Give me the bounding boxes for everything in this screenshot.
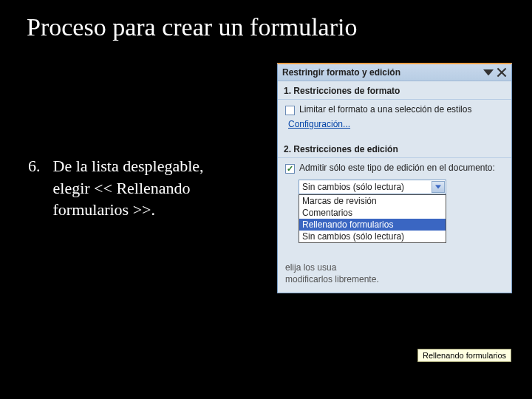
configuration-link[interactable]: Configuración... <box>285 116 350 134</box>
dropdown-option[interactable]: Comentarios <box>299 207 446 219</box>
dropdown-list: Marcas de revisión Comentarios Rellenand… <box>299 194 446 243</box>
instruction-step: 6. De la lista desplegable, elegir << Re… <box>28 155 242 221</box>
section-1-header: 1. Restricciones de formato <box>278 81 511 100</box>
panel-header: Restringir formato y edición <box>278 64 511 81</box>
obscured-text: elija los usua modificarlos libremente. <box>278 259 511 293</box>
dropdown-selected-text: Sin cambios (sólo lectura) <box>302 182 404 192</box>
allow-editing-checkbox[interactable] <box>285 164 295 174</box>
panel-menu-icon[interactable] <box>483 67 494 78</box>
chevron-down-icon[interactable] <box>432 181 445 193</box>
close-icon[interactable] <box>497 67 507 78</box>
dropdown-option[interactable]: Marcas de revisión <box>299 195 446 207</box>
limit-format-checkbox[interactable] <box>285 106 295 115</box>
editing-type-dropdown[interactable]: Sin cambios (sólo lectura) Marcas de rev… <box>299 180 446 194</box>
section-2-header: 2. Restricciones de edición <box>278 140 511 158</box>
tooltip: Rellenando formularios <box>417 349 511 362</box>
step-number: 6. <box>28 155 49 177</box>
panel-title: Restringir formato y edición <box>282 67 480 78</box>
dropdown-option[interactable]: Sin cambios (sólo lectura) <box>299 231 446 242</box>
section-2-body: Admitir sólo este tipo de edición en el … <box>278 158 511 202</box>
allow-editing-label: Admitir sólo este tipo de edición en el … <box>299 163 495 174</box>
slide-title: Proceso para crear un formulario <box>0 0 532 50</box>
svg-marker-0 <box>483 69 494 75</box>
section-1-body: Limitar el formato a una selección de es… <box>278 100 511 140</box>
limit-format-label: Limitar el formato a una selección de es… <box>299 104 471 116</box>
svg-marker-3 <box>435 185 441 189</box>
dropdown-selected[interactable]: Sin cambios (sólo lectura) <box>299 180 446 194</box>
dropdown-option-selected[interactable]: Rellenando formularios <box>299 219 446 231</box>
restrict-editing-panel: Restringir formato y edición 1. Restricc… <box>277 63 512 293</box>
step-text: De la lista desplegable, elegir << Relle… <box>53 155 238 221</box>
